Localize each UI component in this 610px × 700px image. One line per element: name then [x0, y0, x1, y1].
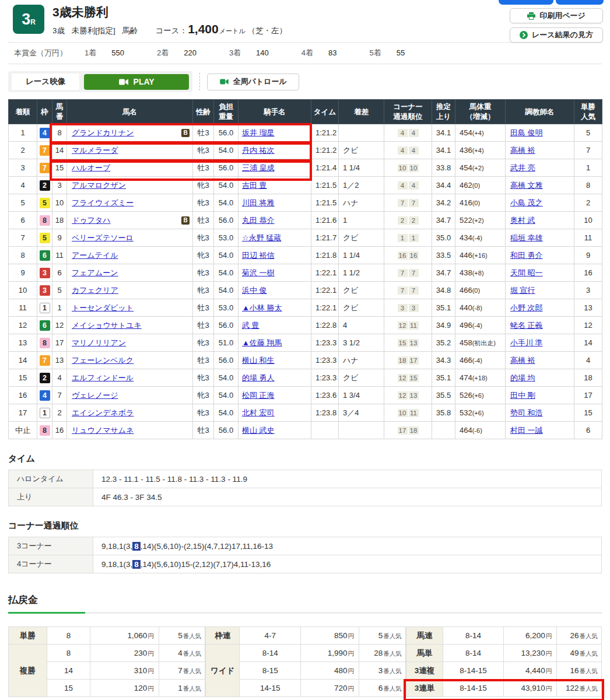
jockey-name-link[interactable]: 的場 勇人: [242, 373, 275, 382]
payout-amount-cell: 230円: [90, 645, 159, 662]
sex-age-cell: 牝3: [193, 229, 214, 247]
yen-suffix: 円: [348, 650, 355, 657]
trainer-name-link[interactable]: 稲垣 幸雄: [510, 233, 543, 242]
jockey-name-link[interactable]: 丸田 恭介: [242, 216, 275, 225]
jockey-cell: 田辺 裕信: [239, 247, 311, 264]
trainer-name-link[interactable]: 和田 勇介: [510, 251, 543, 260]
print-page-button[interactable]: 印刷用ページ: [510, 8, 603, 23]
trainer-name-link[interactable]: 奥村 武: [510, 216, 535, 225]
trainer-name-link[interactable]: 堀 宣行: [510, 286, 535, 295]
horse-name-link[interactable]: エルフィンドール: [72, 373, 134, 382]
horse-name-link[interactable]: ハルオーブ: [72, 163, 110, 172]
bet-type-label: 3連単: [406, 680, 443, 697]
payout-popularity-cell: 7番人気: [159, 662, 205, 680]
payout-popularity: 26: [570, 631, 579, 640]
rank-cell: 2: [9, 142, 37, 159]
time-cell: 1:23.3: [311, 369, 339, 387]
horse-name-link[interactable]: フェーレンベルク: [72, 356, 134, 365]
jockey-name-link[interactable]: 丹内 祐次: [242, 146, 275, 155]
jockey-name-link[interactable]: 田辺 裕信: [242, 251, 275, 260]
horse-name-link[interactable]: フェアムーン: [72, 268, 118, 277]
trainer-name-link[interactable]: 小野 次郎: [510, 303, 543, 312]
jockey-name-link[interactable]: 北村 宏司: [242, 408, 275, 417]
jockey-name-link[interactable]: 菊沢 一樹: [242, 268, 275, 277]
horse-name-link[interactable]: アルマロクザン: [72, 181, 126, 190]
horse-name-cell: ヴェレノージ: [67, 387, 193, 404]
horse-name-link[interactable]: ドゥフタハ: [72, 216, 111, 225]
horse-name-link[interactable]: トーセンダビット: [72, 303, 134, 312]
rank-cell: 13: [9, 334, 37, 352]
horse-name-link[interactable]: リュウノマサムネ: [72, 426, 134, 435]
bet-type-label: 3連複: [406, 662, 443, 680]
sex-age-cell: 牝3: [193, 282, 214, 299]
horse-name-link[interactable]: グランドカリナン: [72, 128, 134, 137]
table-row: 14713フェーレンベルク牡356.0横山 和生1:23.3ハナ181734.3…: [9, 352, 602, 369]
trainer-name-link[interactable]: 高橋 裕: [510, 356, 535, 365]
margin-cell: 1 1/4: [339, 247, 384, 264]
jockey-name-link[interactable]: 横山 和生: [242, 356, 275, 365]
jockey-name-link[interactable]: 川田 将雅: [242, 198, 275, 207]
margin-cell: [339, 124, 384, 142]
table-row: 5510フライウィズミー牝354.0川田 将雅1:21.5ハナ7734.2416…: [9, 194, 602, 212]
trainer-name-link[interactable]: 高橋 文雅: [510, 181, 543, 190]
trainer-name-link[interactable]: 小手川 準: [510, 338, 543, 347]
payout-popularity: 5: [178, 631, 183, 640]
trainer-name-link[interactable]: 武井 亮: [510, 163, 535, 172]
horse-name-link[interactable]: カフェクリア: [72, 286, 118, 295]
horse-name-link[interactable]: エイシンデネボラ: [72, 408, 134, 417]
jockey-name-link[interactable]: 坂井 瑠星: [242, 128, 275, 137]
trainer-name-link[interactable]: 田島 俊明: [510, 128, 543, 137]
horse-name-link[interactable]: ベリーズテソーロ: [72, 233, 134, 242]
jockey-name-link[interactable]: ▲小林 勝太: [242, 303, 282, 312]
corner-position: 16: [409, 251, 419, 260]
trainer-cell: 蛯名 正義: [506, 317, 574, 334]
jockey-name-link[interactable]: 武 豊: [242, 321, 260, 330]
top-nav-pill-left[interactable]: [499, 0, 553, 5]
horse-name-link[interactable]: アームテイル: [72, 251, 118, 260]
corner-order-cell: 11: [384, 229, 432, 247]
patrol-video-button[interactable]: 全周パトロール: [207, 74, 299, 90]
trainer-name-link[interactable]: 高橋 裕: [510, 146, 535, 155]
jockey-name-link[interactable]: ☆永野 猛蔵: [242, 233, 281, 242]
payout-popularity: 3: [378, 666, 383, 675]
trainer-name-link[interactable]: 村田 一誠: [510, 426, 543, 435]
horse-name-link[interactable]: メイショウサトユキ: [72, 321, 142, 330]
trainer-cell: 奥村 武: [506, 212, 574, 229]
table-row: 上り 4F 46.3 - 3F 34.5: [9, 488, 602, 506]
play-button[interactable]: PLAY: [84, 74, 189, 90]
agari-cell: [432, 422, 455, 439]
horse-name-link[interactable]: ヴェレノージ: [72, 391, 118, 400]
jockey-name-link[interactable]: 浜中 俊: [242, 286, 267, 295]
yen-suffix: 円: [546, 685, 552, 692]
trainer-name-link[interactable]: 蛯名 正義: [510, 321, 543, 330]
horse-name-link[interactable]: フライウィズミー: [72, 198, 134, 207]
horse-name-link[interactable]: マリノリリアン: [72, 338, 126, 347]
jockey-cell: 三浦 皇成: [239, 159, 311, 177]
body-weight-diff: (-4): [472, 235, 482, 242]
sex-age-cell: 牝3: [193, 369, 214, 387]
table-row: 8611アームテイル牝354.0田辺 裕信1:21.81 1/4161633.5…: [9, 247, 602, 264]
jockey-name-link[interactable]: ▲佐藤 翔馬: [242, 338, 282, 347]
results-guide-button[interactable]: レース結果の見方: [510, 27, 603, 43]
frame-cell: 4: [37, 124, 52, 142]
horse-number-cell: 5: [52, 282, 67, 299]
top-nav-pill-right[interactable]: [556, 0, 604, 5]
jockey-name-link[interactable]: 吉田 豊: [242, 181, 267, 190]
carried-weight-cell: 56.0: [214, 352, 239, 369]
trainer-name-link[interactable]: 天間 昭一: [510, 268, 543, 277]
jockey-name-link[interactable]: 三浦 皇成: [242, 163, 275, 172]
popularity-suffix: 番人気: [383, 650, 402, 657]
jockey-name-link[interactable]: 横山 武史: [242, 426, 275, 435]
corner-position: 2: [398, 216, 408, 225]
horse-name-link[interactable]: マルメラーダ: [72, 146, 118, 155]
trainer-name-link[interactable]: 田中 剛: [510, 391, 535, 400]
rank-cell: 12: [9, 317, 37, 334]
corner-position: 7: [409, 269, 419, 277]
sex-age-cell: 牝3: [193, 404, 214, 422]
trainer-name-link[interactable]: 勢司 和浩: [510, 408, 543, 417]
trainer-name-link[interactable]: 的場 均: [510, 373, 535, 382]
payout-amount-cell: 1,060円: [90, 627, 159, 645]
corner-position: 13: [409, 391, 419, 400]
jockey-name-link[interactable]: 松岡 正海: [242, 391, 275, 400]
trainer-name-link[interactable]: 小島 茂之: [510, 198, 543, 207]
